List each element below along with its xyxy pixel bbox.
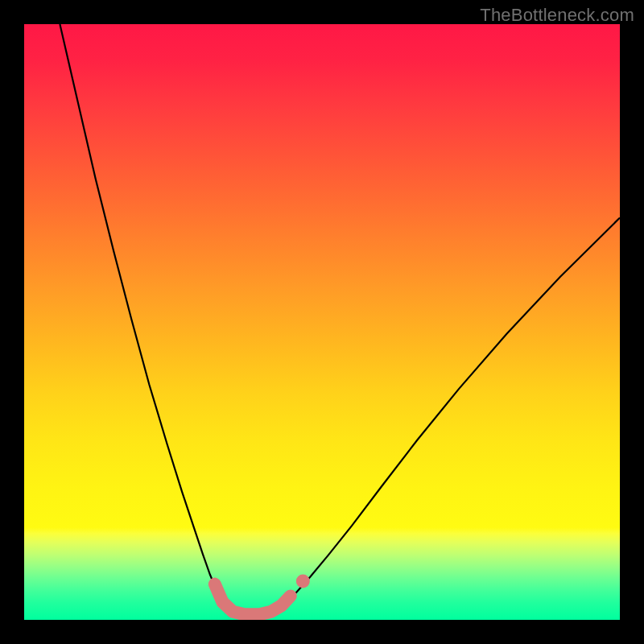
outer-frame: TheBottleneck.com [0, 0, 644, 644]
curve-layer [24, 24, 620, 620]
plot-area [24, 24, 620, 620]
highlight-marker-dot [296, 574, 310, 588]
left-curve [60, 24, 231, 611]
watermark-label: TheBottleneck.com [480, 5, 634, 26]
right-curve [275, 218, 620, 611]
highlight-marker-stroke [215, 584, 291, 615]
